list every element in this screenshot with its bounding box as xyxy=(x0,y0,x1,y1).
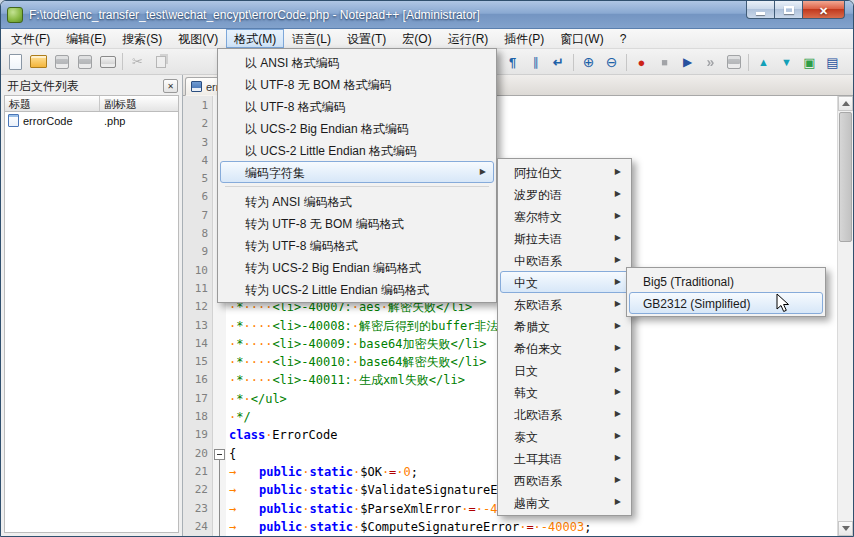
window-controls xyxy=(747,1,845,19)
open-folder-icon[interactable] xyxy=(28,51,49,72)
format-menu-item-3[interactable]: 以 UCS-2 Big Endian 格式编码 xyxy=(220,117,494,139)
close-button[interactable] xyxy=(802,1,845,19)
notepadpp-window: F:\todel\enc_transfer_test\wechat_encypt… xyxy=(0,0,854,537)
stop-macro-icon xyxy=(654,52,675,73)
menubar-item-4[interactable]: 格式(M) xyxy=(226,29,284,48)
minimize-button[interactable] xyxy=(746,1,775,19)
close-icon xyxy=(819,1,828,19)
maximize-button[interactable] xyxy=(774,1,803,19)
charset-submenu: 阿拉伯文波罗的语塞尔特文斯拉夫语中欧语系中文东欧语系希腊文希伯来文日文韩文北欧语… xyxy=(497,158,632,516)
maximize-icon xyxy=(784,6,794,14)
new-file-icon[interactable] xyxy=(5,51,26,72)
menubar-item-0[interactable]: 文件(F) xyxy=(3,29,58,48)
doc-map-icon[interactable] xyxy=(822,52,843,73)
line-number: 16 xyxy=(183,371,208,389)
format-menu-item-5[interactable]: 编码字符集 xyxy=(220,161,494,183)
charset-menu-item-4[interactable]: 中欧语系 xyxy=(500,249,629,271)
line-number: 3 xyxy=(183,134,208,152)
menubar-item-1[interactable]: 编辑(E) xyxy=(58,29,114,48)
charset-menu-item-9[interactable]: 日文 xyxy=(500,359,629,381)
show-all-chars-icon[interactable] xyxy=(502,52,523,73)
line-number: 5 xyxy=(183,170,208,188)
charset-menu-item-6[interactable]: 东欧语系 xyxy=(500,293,629,315)
charset-menu-item-12[interactable]: 泰文 xyxy=(500,425,629,447)
doc-list-cell-subtitle: .php xyxy=(100,115,178,127)
column-header-subtitle[interactable]: 副标题 xyxy=(100,96,178,111)
menubar-item-7[interactable]: 宏(O) xyxy=(394,29,439,48)
line-number: 23 xyxy=(183,500,208,518)
prev-result-icon[interactable] xyxy=(753,52,774,73)
next-result-icon[interactable] xyxy=(776,52,797,73)
run-macro-multiple-icon xyxy=(700,52,721,73)
zoom-out-icon[interactable] xyxy=(601,52,622,73)
charset-menu-item-10[interactable]: 韩文 xyxy=(500,381,629,403)
vertical-scrollbar[interactable] xyxy=(837,96,853,536)
doc-list: errorCode.php xyxy=(4,112,179,533)
menubar-item-10[interactable]: 窗口(W) xyxy=(552,29,611,48)
format-menu-item-1[interactable]: 以 UTF-8 无 BOM 格式编码 xyxy=(220,73,494,95)
record-macro-icon[interactable] xyxy=(631,52,652,73)
line-number: 4 xyxy=(183,152,208,170)
menubar-item-9[interactable]: 插件(P) xyxy=(496,29,552,48)
line-number: 17 xyxy=(183,390,208,408)
zoom-in-icon[interactable] xyxy=(578,52,599,73)
charset-menu-item-1[interactable]: 波罗的语 xyxy=(500,183,629,205)
word-wrap-icon[interactable] xyxy=(548,52,569,73)
menubar-item-8[interactable]: 运行(R) xyxy=(440,29,497,48)
charset-menu-item-14[interactable]: 西欧语系 xyxy=(500,469,629,491)
charset-menu-item-13[interactable]: 土耳其语 xyxy=(500,447,629,469)
window-title: F:\todel\enc_transfer_test\wechat_encypt… xyxy=(29,8,480,22)
line-number: 19 xyxy=(183,426,208,444)
cut-icon xyxy=(127,51,148,72)
charset-menu-item-8[interactable]: 希伯来文 xyxy=(500,337,629,359)
scroll-down-icon[interactable] xyxy=(838,521,853,536)
menubar-item-2[interactable]: 搜索(S) xyxy=(114,29,170,48)
copy-icon xyxy=(150,51,171,72)
charset-menu-item-5[interactable]: 中文 xyxy=(500,271,629,293)
toolbar-separator xyxy=(122,53,123,70)
format-menu-item-7[interactable]: 转为 ANSI 编码格式 xyxy=(220,190,494,212)
format-menu-item-4[interactable]: 以 UCS-2 Little Endian 格式编码 xyxy=(220,139,494,161)
title-bar[interactable]: F:\todel\enc_transfer_test\wechat_encypt… xyxy=(1,1,853,29)
doc-list-columns: 标题 副标题 xyxy=(4,95,179,112)
chinese-menu-item-0[interactable]: Big5 (Traditional) xyxy=(629,270,823,292)
menubar-item-5[interactable]: 语言(L) xyxy=(284,29,339,48)
menubar-item-11[interactable]: ? xyxy=(612,29,635,48)
doc-title-text: errorCode xyxy=(23,115,73,127)
function-list-icon[interactable] xyxy=(845,52,854,73)
scroll-thumb[interactable] xyxy=(839,112,852,242)
format-menu-item-10[interactable]: 转为 UCS-2 Big Endian 编码格式 xyxy=(220,256,494,278)
line-number: 7 xyxy=(183,207,208,225)
toolbar-separator xyxy=(748,54,749,71)
charset-menu-item-11[interactable]: 北欧语系 xyxy=(500,403,629,425)
chinese-menu-item-1[interactable]: GB2312 (Simplified) xyxy=(629,292,823,314)
format-menu-item-8[interactable]: 转为 UTF-8 无 BOM 编码格式 xyxy=(220,212,494,234)
doc-list-title: 开启文件列表 xyxy=(7,78,163,95)
format-menu-item-11[interactable]: 转为 UCS-2 Little Endian 编码格式 xyxy=(220,278,494,300)
charset-menu-item-3[interactable]: 斯拉夫语 xyxy=(500,227,629,249)
charset-menu-item-2[interactable]: 塞尔特文 xyxy=(500,205,629,227)
minimize-icon xyxy=(756,12,765,15)
print-icon[interactable] xyxy=(97,51,118,72)
charset-menu-item-7[interactable]: 希腊文 xyxy=(500,315,629,337)
scroll-up-icon[interactable] xyxy=(838,96,853,111)
format-menu-item-0[interactable]: 以 ANSI 格式编码 xyxy=(220,51,494,73)
doc-list-close-button[interactable] xyxy=(163,79,178,93)
line-number: 20 xyxy=(183,445,208,463)
save-all-icon xyxy=(74,51,95,72)
menubar-item-6[interactable]: 设置(T) xyxy=(339,29,394,48)
fold-collapse-icon[interactable] xyxy=(214,449,225,460)
charset-menu-item-0[interactable]: 阿拉伯文 xyxy=(500,161,629,183)
format-menu-item-2[interactable]: 以 UTF-8 格式编码 xyxy=(220,95,494,117)
menubar-item-3[interactable]: 视图(V) xyxy=(170,29,226,48)
indent-guide-icon[interactable] xyxy=(525,52,546,73)
line-number: 13 xyxy=(183,317,208,335)
doc-list-row[interactable]: errorCode.php xyxy=(5,112,178,129)
code-line[interactable]: →public·static·$ComputeSignatureError·=·… xyxy=(229,518,853,536)
column-header-title[interactable]: 标题 xyxy=(5,96,100,111)
doc-list-header: 开启文件列表 xyxy=(4,77,179,95)
play-macro-icon[interactable] xyxy=(677,52,698,73)
format-menu-item-9[interactable]: 转为 UTF-8 编码格式 xyxy=(220,234,494,256)
charset-menu-item-15[interactable]: 越南文 xyxy=(500,491,629,513)
monitor-icon[interactable] xyxy=(799,52,820,73)
